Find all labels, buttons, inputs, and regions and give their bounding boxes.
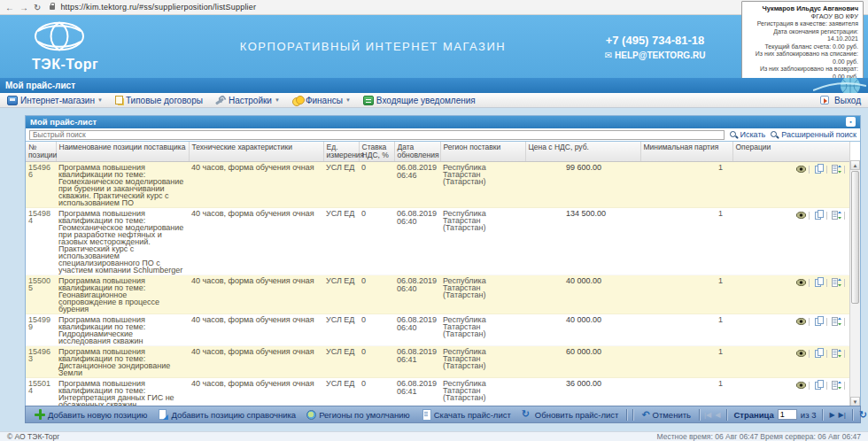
advanced-search-button[interactable]: Расширенный поиск bbox=[771, 130, 856, 139]
grid-scrollbar[interactable]: ▲ ▼ bbox=[849, 160, 860, 406]
support-email[interactable]: ✉HELP@TEKTORG.RU bbox=[577, 50, 732, 60]
position-min-lot: 1 bbox=[640, 314, 732, 346]
price-update-icon[interactable] bbox=[832, 278, 841, 288]
column-header[interactable]: Регион поставки bbox=[440, 142, 525, 162]
last-page-button[interactable]: ▶| bbox=[839, 411, 846, 419]
first-page-button[interactable]: |◀ bbox=[704, 411, 711, 419]
position-price: 40 000.00 bbox=[525, 275, 640, 314]
column-header[interactable]: Наименование позиции поставщика bbox=[56, 142, 189, 162]
forward-icon[interactable]: → bbox=[19, 0, 28, 15]
position-spec: 40 часов, форма обучения очная bbox=[189, 208, 323, 275]
scroll-up-button[interactable]: ▲ bbox=[850, 160, 860, 170]
position-vat: 0 bbox=[359, 162, 394, 208]
copy-position-icon[interactable] bbox=[815, 277, 824, 288]
price-update-icon[interactable] bbox=[832, 211, 841, 220]
column-header[interactable]: Ед. измерения bbox=[323, 142, 359, 162]
toolbar-button[interactable]: Добавить позицию справочника bbox=[152, 409, 301, 420]
toolbar-button-label: Добавить позицию справочника bbox=[171, 410, 296, 420]
column-header[interactable]: № позиции bbox=[26, 142, 56, 162]
logout-label: Выход bbox=[834, 96, 861, 105]
time-status: Местное время: 06 Авг 06:47 Время сервер… bbox=[657, 432, 862, 441]
search-input[interactable] bbox=[29, 130, 725, 140]
menu-item[interactable]: Финансы ▼ bbox=[292, 96, 351, 105]
menu-item[interactable]: Входящие уведомления bbox=[363, 96, 476, 105]
column-header[interactable]: Цена с НДС, руб. bbox=[525, 142, 640, 162]
table-row[interactable]: 154984 Программа повышения квалификации … bbox=[26, 208, 849, 275]
position-id: 155014 bbox=[26, 378, 56, 409]
price-update-icon[interactable] bbox=[832, 349, 841, 359]
page-title: КОРПОРАТИВНЫЙ ИНТЕРНЕТ МАГАЗИН bbox=[168, 40, 577, 53]
menu-item[interactable]: Типовые договоры bbox=[115, 96, 203, 105]
position-updated: 06.08.201906:40 bbox=[394, 314, 440, 346]
price-update-icon[interactable] bbox=[832, 381, 841, 391]
view-position-icon[interactable] bbox=[796, 382, 806, 390]
copy-position-icon[interactable] bbox=[815, 316, 824, 327]
copy-position-icon[interactable] bbox=[815, 164, 824, 174]
padlock-icon bbox=[50, 5, 55, 10]
position-vat: 0 bbox=[359, 275, 394, 314]
user-name: Чукмаров Ильдус Авганович bbox=[747, 4, 858, 12]
page-of-label: из 3 bbox=[801, 410, 817, 420]
view-position-icon[interactable] bbox=[796, 279, 806, 287]
position-name: Программа повышения квалификации по теме… bbox=[56, 346, 189, 378]
column-header[interactable]: Технические характеристики bbox=[189, 142, 323, 162]
copy-position-icon[interactable] bbox=[815, 380, 824, 391]
view-position-icon[interactable] bbox=[796, 212, 806, 220]
table-row[interactable]: 154999 Программа повышения квалификации … bbox=[26, 314, 849, 346]
back-icon[interactable]: ← bbox=[5, 0, 14, 15]
menu-item-icon bbox=[292, 96, 303, 105]
user-organization: ФГАОУ ВО КФУ bbox=[747, 12, 858, 20]
position-id: 154963 bbox=[26, 346, 56, 378]
copy-position-icon[interactable] bbox=[815, 348, 824, 359]
view-position-icon[interactable] bbox=[796, 318, 806, 326]
position-vat: 0 bbox=[359, 314, 394, 346]
reload-icon[interactable]: ↻ bbox=[34, 0, 41, 15]
table-row[interactable]: 154963 Программа повышения квалификации … bbox=[26, 346, 849, 378]
column-header[interactable]: Минимальная партия bbox=[640, 142, 732, 162]
prev-page-button[interactable]: ◀ bbox=[715, 411, 720, 419]
next-page-button[interactable]: ▶ bbox=[829, 411, 834, 419]
url-text[interactable]: https://kim.tektorg.ru/#ss/supplierposit… bbox=[60, 3, 256, 12]
menu-item[interactable]: Интернет-магазин ▼ bbox=[7, 96, 103, 105]
view-position-icon[interactable] bbox=[796, 166, 806, 174]
main-menu-bar: Интернет-магазин ▼ Типовые договоры Наст… bbox=[0, 93, 868, 108]
collapse-panel-button[interactable]: ▪ bbox=[846, 117, 856, 127]
operations-cell bbox=[732, 346, 849, 378]
page-input[interactable] bbox=[778, 409, 797, 420]
refresh-grid-icon[interactable]: ↻ bbox=[859, 409, 867, 421]
view-position-icon[interactable] bbox=[796, 350, 806, 358]
copy-position-icon[interactable] bbox=[815, 210, 824, 220]
tek-torg-logo[interactable]: ТЭК-Торг bbox=[0, 20, 168, 73]
column-header[interactable]: Ставка НДС, % bbox=[359, 142, 394, 162]
price-update-icon[interactable] bbox=[832, 317, 841, 327]
logout-button[interactable]: Выход bbox=[820, 96, 861, 105]
cancel-button[interactable]: ↶ Отменить bbox=[636, 409, 696, 421]
table-row[interactable]: 155005 Программа повышения квалификации … bbox=[26, 275, 849, 314]
toolbar-button[interactable]: Скачать прайс-лист bbox=[415, 409, 516, 420]
menu-item-label: Типовые договоры bbox=[126, 96, 203, 105]
table-row[interactable]: 154966 Программа повышения квалификации … bbox=[26, 162, 849, 208]
position-vat: 0 bbox=[359, 208, 394, 275]
position-id: 154984 bbox=[26, 208, 56, 275]
position-updated: 06.08.201906:41 bbox=[394, 346, 440, 378]
position-price: 60 000.00 bbox=[525, 346, 640, 378]
column-header[interactable]: Операции bbox=[732, 142, 849, 162]
position-region: Республика Татарстан (Татарстан) bbox=[440, 346, 525, 378]
table-row[interactable]: 155014 Программа повышения квалификации … bbox=[26, 378, 849, 409]
position-updated: 06.08.201906:41 bbox=[394, 378, 440, 409]
pagination: |◀ ◀ Страница из 3 ▶ ▶| ↻ 1 - 25 из 71 bbox=[704, 409, 868, 421]
position-id: 155005 bbox=[26, 275, 56, 314]
toolbar-button[interactable]: Обновить прайс-лист bbox=[516, 409, 624, 420]
toolbar-button[interactable]: Добавить новую позицию bbox=[29, 409, 152, 420]
price-update-icon[interactable] bbox=[832, 165, 841, 174]
toolbar-button[interactable]: Регионы по умолчанию bbox=[301, 410, 415, 420]
toolbar-button-label: Добавить новую позицию bbox=[48, 410, 147, 420]
toolbar-button-label: Скачать прайс-лист bbox=[434, 410, 511, 420]
position-min-lot: 1 bbox=[640, 346, 732, 378]
operations-cell bbox=[732, 275, 849, 314]
exit-icon bbox=[820, 96, 829, 104]
menu-item[interactable]: Настройки ▼ bbox=[215, 96, 280, 105]
search-button[interactable]: Искать bbox=[730, 130, 766, 139]
scrollbar-thumb[interactable] bbox=[851, 171, 859, 304]
column-header[interactable]: Дата обновления bbox=[394, 142, 440, 162]
